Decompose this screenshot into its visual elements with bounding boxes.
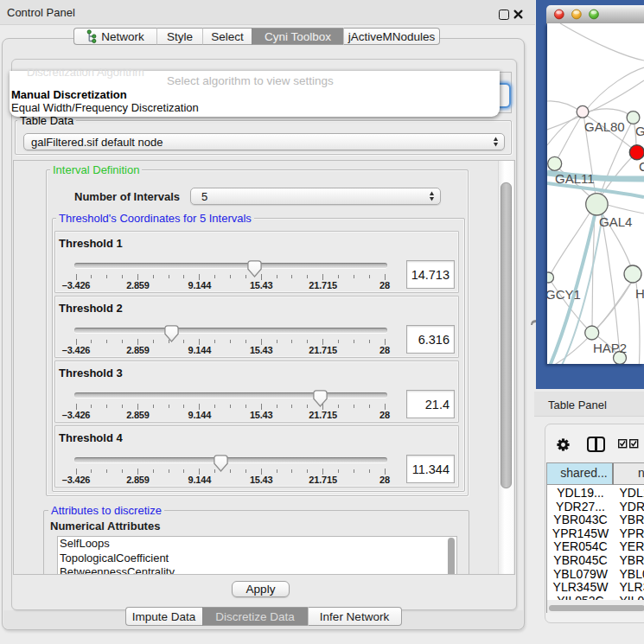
svg-text:GAL3: GAL3 (635, 124, 644, 138)
svg-text:GAL11: GAL11 (555, 171, 595, 186)
svg-text:HAP2: HAP2 (593, 341, 627, 355)
svg-text:GAL80: GAL80 (584, 119, 625, 134)
svg-text:GAL4: GAL4 (599, 214, 632, 229)
svg-text:GCY1: GCY1 (547, 287, 581, 302)
svg-text:H: H (635, 286, 644, 301)
svg-text:CY: CY (639, 159, 644, 174)
